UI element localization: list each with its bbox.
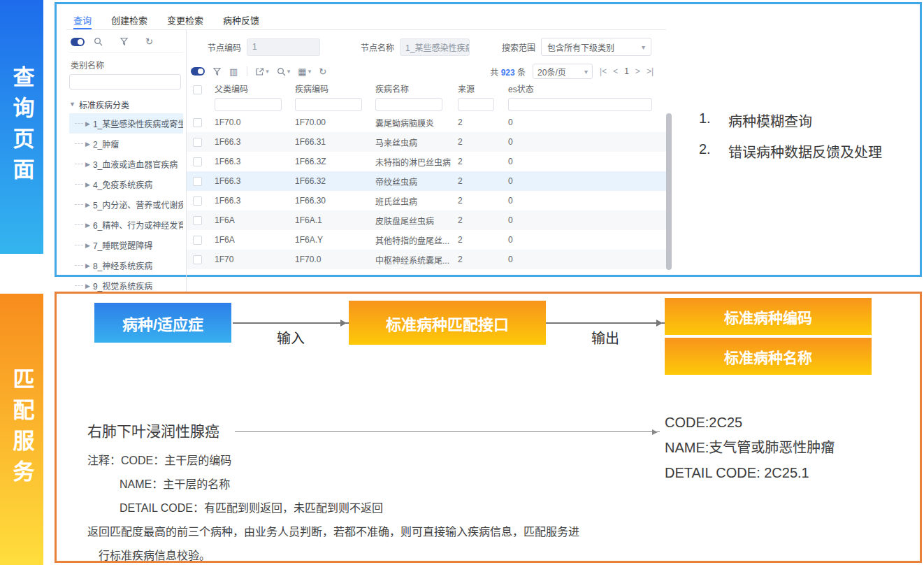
last-page-button[interactable]: >| xyxy=(647,66,654,76)
disease-name-filter-input[interactable] xyxy=(375,98,442,111)
parent-code-filter-input[interactable] xyxy=(215,98,282,111)
note-line: NAME：主干层的名称 xyxy=(120,473,579,496)
node-name-label: 节点名称 xyxy=(361,41,394,53)
row-checkbox[interactable] xyxy=(193,157,202,166)
query-section-side-bar: 查询页面 xyxy=(0,0,43,254)
page-size-select[interactable]: 20条/页 ▾ xyxy=(533,64,593,79)
tab[interactable]: 变更检索 xyxy=(167,13,203,29)
tree-item[interactable]: ▶ 3_血液或造血器官疾病 xyxy=(69,154,183,174)
input-arrow-label: 输入 xyxy=(233,327,349,348)
tree-connector xyxy=(75,164,83,164)
chevron-collapsed-icon: ▶ xyxy=(85,120,90,127)
table-row[interactable]: 1F66.3 1F66.3Z 未特指的淋巴丝虫病 2 0 xyxy=(187,152,666,171)
tree-toolbar: ↻ xyxy=(69,34,183,53)
tree-item[interactable]: ▶ 8_神经系统疾病 xyxy=(69,255,183,276)
output-arrow-label: 输出 xyxy=(546,327,665,348)
tab[interactable]: 查询 xyxy=(73,13,92,29)
table-row[interactable]: 1F6A 1F6A.1 皮肤盘尾丝虫病 2 0 xyxy=(187,210,666,230)
row-checkbox[interactable] xyxy=(193,196,202,206)
disease-table: 父类编码 疾病编码 疾病名称 来源 es状态 xyxy=(187,80,666,269)
row-checkbox[interactable] xyxy=(193,216,202,225)
tree-connector xyxy=(75,204,83,205)
table-row[interactable]: 1F66.3 1F66.30 班氏丝虫病 2 0 xyxy=(187,191,666,210)
flow-service-box: 标准病种匹配接口 xyxy=(349,301,546,345)
chevron-collapsed-icon: ▶ xyxy=(85,282,90,289)
search-icon[interactable] xyxy=(94,37,103,46)
result-line: DETAIL CODE: 2C25.1 xyxy=(665,460,835,485)
query-section-label: 查询页面 xyxy=(11,66,33,189)
tree-item[interactable]: ▶ 7_睡眠觉醒障碍 xyxy=(69,235,183,255)
chevron-collapsed-icon: ▶ xyxy=(85,181,90,188)
tree-item[interactable]: ▶ 4_免疫系统疾病 xyxy=(69,174,183,194)
tree-item[interactable]: ▶ 2_肿瘤 xyxy=(69,134,183,154)
first-page-button[interactable]: |< xyxy=(600,66,607,76)
tree-item[interactable]: ▶ 6_精神、行为或神经发育 xyxy=(69,215,183,235)
tree-items: ▶ 1_某些感染性疾病或寄生 ▶ 2_肿瘤 xyxy=(69,113,183,316)
disease-code-filter-input[interactable] xyxy=(295,98,362,111)
note-line: 行标准疾病信息校验。 xyxy=(99,544,579,565)
tree-item[interactable]: ▶ 5_内分泌、营养或代谢疾 xyxy=(69,194,183,215)
tree-connector xyxy=(75,184,83,185)
feature-note: 2. 错误病种数据反馈及处理 xyxy=(699,141,882,162)
flow-output-boxes: 标准病种编码 标准病种名称 xyxy=(665,298,872,378)
total-count: 共 923 条 xyxy=(490,66,526,78)
chevron-collapsed-icon: ▶ xyxy=(85,161,90,168)
table-scrollbar[interactable] xyxy=(666,113,672,270)
source-filter-input[interactable] xyxy=(458,98,494,111)
flow-output-arrow: 输出 xyxy=(546,315,665,348)
toolbar-divider xyxy=(247,66,247,76)
table-row[interactable]: 1F66.3 1F66.31 马来丝虫病 2 0 xyxy=(187,132,666,152)
refresh-icon[interactable]: ↻ xyxy=(145,36,153,47)
disease-tree: ▼ 标准疾病分类 ▶ 1_某些感染性疾病或寄生 xyxy=(69,90,183,316)
chevron-expanded-icon: ▼ xyxy=(69,101,75,108)
match-section-label: 匹配服务 xyxy=(11,368,33,491)
tree-root-node[interactable]: ▼ 标准疾病分类 xyxy=(69,95,183,113)
tree-connector xyxy=(75,224,83,225)
query-section-panel: 查询 创建检索 变更检索 病种反馈 xyxy=(55,2,922,277)
current-page[interactable]: 1 xyxy=(624,66,629,76)
toggle-icon[interactable] xyxy=(71,38,85,46)
tab[interactable]: 病种反馈 xyxy=(223,13,259,29)
node-name-input[interactable]: 1_某些感染性疾病... xyxy=(400,38,470,56)
page: 查询页面 查询 创建检索 变更检索 病种反馈 xyxy=(0,0,924,565)
category-name-input[interactable] xyxy=(69,74,181,90)
feature-note: 1. 病种模糊查询 xyxy=(699,110,882,131)
toggle-icon[interactable] xyxy=(191,67,205,76)
row-checkbox[interactable] xyxy=(193,138,202,147)
flow-output-box: 标准病种名称 xyxy=(665,338,872,375)
tree-item[interactable]: ▶ 1_某些感染性疾病或寄生 xyxy=(69,113,183,134)
chevron-collapsed-icon: ▶ xyxy=(85,262,90,269)
refresh-icon[interactable]: ↻ xyxy=(319,66,326,77)
row-checkbox[interactable] xyxy=(193,177,202,186)
table-row[interactable]: 1F66.3 1F66.32 帝纹丝虫病 2 0 xyxy=(187,171,666,191)
query-feature-notes: 1. 病种模糊查询 2. 错误病种数据反馈及处理 xyxy=(699,110,882,172)
filter-icon[interactable] xyxy=(212,67,222,76)
table-row[interactable]: 1F70.0 1F70.00 囊尾蚴病脑膜炎 2 0 xyxy=(187,113,666,132)
zoom-search-icon[interactable]: ▾ xyxy=(277,67,291,76)
caret-down-icon: ▾ xyxy=(266,68,269,75)
prev-page-button[interactable]: < xyxy=(613,66,618,76)
export-icon[interactable]: ▾ xyxy=(255,67,269,76)
table-toolbar: ▥ ▾ ▾ ▦▾ ↻ xyxy=(187,62,666,80)
example-results: CODE:2C25 NAME:支气管或肺恶性肿瘤 DETAIL CODE: 2C… xyxy=(665,410,835,485)
chevron-down-icon: ▾ xyxy=(642,43,645,51)
category-tree-pane: ↻ 类别名称 ▼ 标准疾病分类 xyxy=(66,30,187,316)
column-header: 来源 xyxy=(451,83,501,94)
columns-icon[interactable]: ▥ xyxy=(229,66,238,77)
arrow-line xyxy=(546,322,665,324)
filter-icon[interactable] xyxy=(120,37,129,46)
next-page-button[interactable]: > xyxy=(635,66,640,76)
select-all-checkbox[interactable] xyxy=(193,85,202,94)
tree-connector xyxy=(75,245,83,245)
es-status-filter-input[interactable] xyxy=(508,98,652,111)
table-row[interactable]: 1F6A 1F6A.Y 其他特指的盘尾丝... 2 0 xyxy=(187,230,666,250)
tab[interactable]: 创建检索 xyxy=(111,13,147,29)
row-checkbox[interactable] xyxy=(193,236,202,245)
row-checkbox[interactable] xyxy=(193,118,202,127)
grid-view-icon[interactable]: ▦▾ xyxy=(298,66,311,77)
match-section-panel: 病种/适应症 输入 标准病种匹配接口 输出 标准病种编码 标准病种名称 右肺下叶… xyxy=(55,292,922,563)
search-scope-select[interactable]: 包含所有下级类别 ▾ xyxy=(541,38,651,56)
node-code-input[interactable]: 1 xyxy=(247,38,320,56)
row-checkbox[interactable] xyxy=(193,255,202,264)
table-row[interactable]: 1F70 1F70.0 中枢神经系统囊尾... 2 0 xyxy=(187,250,666,269)
